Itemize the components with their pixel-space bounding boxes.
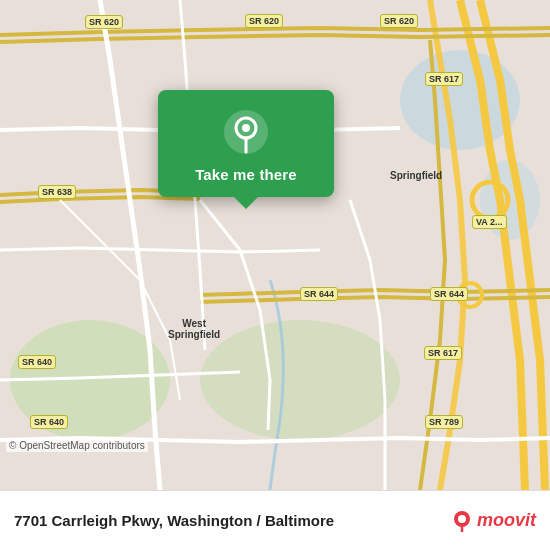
road-badge-sr789: SR 789 — [425, 415, 463, 429]
road-badge-sr644-2: SR 644 — [430, 287, 468, 301]
moovit-brand-label: moovit — [477, 510, 536, 531]
road-badge-sr638: SR 638 — [38, 185, 76, 199]
moovit-logo: moovit — [451, 510, 536, 532]
road-badge-sr640-1: SR 640 — [18, 355, 56, 369]
svg-point-11 — [458, 515, 466, 523]
map-attribution: © OpenStreetMap contributors — [6, 439, 148, 452]
location-card[interactable]: Take me there — [158, 90, 334, 197]
road-network — [0, 0, 550, 490]
address-label: 7701 Carrleigh Pkwy, Washington / Baltim… — [14, 512, 451, 529]
road-badge-sr617-bot: SR 617 — [424, 346, 462, 360]
road-badge-va: VA 2... — [472, 215, 507, 229]
road-badge-sr620-2: SR 620 — [245, 14, 283, 28]
road-badge-sr640-2: SR 640 — [30, 415, 68, 429]
take-me-there-button[interactable]: Take me there — [195, 166, 297, 183]
svg-point-2 — [200, 320, 400, 440]
moovit-pin-icon — [451, 510, 473, 532]
location-pin-icon — [222, 108, 270, 156]
svg-point-9 — [242, 124, 250, 132]
road-badge-sr617-top: SR 617 — [425, 72, 463, 86]
bottom-bar: 7701 Carrleigh Pkwy, Washington / Baltim… — [0, 490, 550, 550]
map-container: SR 620 SR 620 SR 620 SR 617 SR 638 SR 64… — [0, 0, 550, 490]
road-badge-sr620-3: SR 620 — [380, 14, 418, 28]
road-badge-sr644-1: SR 644 — [300, 287, 338, 301]
road-badge-sr620-1: SR 620 — [85, 15, 123, 29]
